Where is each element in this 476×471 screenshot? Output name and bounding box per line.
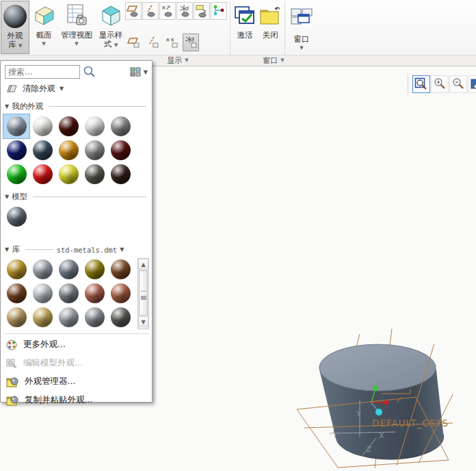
appearance-swatch[interactable] [3, 281, 29, 305]
appearance-swatch[interactable] [55, 138, 81, 162]
plane-tag-display-toggle[interactable] [125, 34, 142, 51]
scroll-up-icon[interactable]: ▲ [138, 259, 148, 270]
appearance-swatch[interactable] [107, 257, 133, 281]
appearance-swatch[interactable] [107, 162, 133, 186]
appearance-swatch[interactable] [107, 138, 133, 162]
appearance-swatch[interactable] [3, 162, 29, 186]
appearance-swatch[interactable] [3, 257, 29, 281]
scroll-down-icon[interactable]: ▼ [138, 316, 148, 327]
view-options-grid-icon[interactable] [130, 67, 141, 77]
zoom-out-button[interactable] [449, 75, 467, 93]
activate-button[interactable]: 激活 [233, 1, 256, 54]
search-input[interactable] [5, 65, 80, 79]
spin-center-toggle[interactable] [211, 2, 227, 20]
appearance-swatch[interactable] [29, 305, 55, 329]
activate-label: 激活 [237, 31, 253, 40]
library-scrollbar[interactable]: ▲ ▼ [137, 258, 149, 329]
close-label: 关闭 [263, 31, 278, 40]
annotation-display-icon: z [195, 4, 209, 18]
zoom-box-button[interactable] [412, 75, 430, 93]
appearance-manager-item[interactable]: 外观管理器... [1, 372, 152, 391]
appearance-sphere [85, 116, 105, 136]
windows-button[interactable]: 窗口 ▼ [288, 1, 315, 54]
appearance-swatch[interactable] [3, 114, 29, 138]
appearance-swatch[interactable] [3, 305, 29, 329]
plane-display-toggle[interactable] [125, 2, 142, 20]
csys-name-label[interactable]: DEFAULT_CSYS [372, 418, 449, 429]
repaint-button[interactable] [468, 75, 476, 93]
appearance-gallery-button[interactable]: 外观 库 ▼ [1, 1, 29, 54]
search-icon[interactable] [82, 65, 97, 79]
point-display-toggle[interactable]: ×ₓ × [159, 2, 176, 20]
display-group-label[interactable]: 显示▼ [156, 55, 200, 65]
ribbon: 外观 库 ▼ 截面 ▼ [0, 0, 476, 66]
manage-views-button[interactable]: 管理视图 ▼ [59, 1, 94, 54]
cylinder-top-face[interactable] [319, 344, 436, 391]
section-wedge-icon [31, 4, 56, 27]
annotation-display-toggle[interactable]: z [194, 2, 210, 20]
clear-appearance-button[interactable]: 清除外观 ▼ [1, 79, 152, 96]
appearance-swatch[interactable] [29, 162, 55, 186]
model-cylinder[interactable]: Y X Z DEFAULT_CSYS [294, 329, 476, 471]
appearance-swatch[interactable] [3, 205, 29, 229]
library-dropdown-icon[interactable]: ▼ [120, 246, 124, 253]
csys-tag-icon: × [184, 36, 198, 49]
appearance-swatch[interactable] [81, 114, 107, 138]
sections-button[interactable]: 截面 ▼ [31, 1, 56, 54]
spin-center-icon [212, 4, 226, 18]
zoom-box-icon [414, 77, 428, 91]
display-style-button[interactable]: 显示样 式 ▼ [96, 1, 126, 54]
appearance-swatch[interactable] [29, 114, 55, 138]
chevron-down-icon: ▼ [300, 44, 303, 53]
appearance-swatch[interactable] [55, 305, 81, 329]
axis-y-label: Y [356, 409, 361, 418]
close-folder-icon [259, 5, 282, 27]
model-header[interactable]: ▼模型 [1, 186, 152, 203]
appearance-swatch[interactable] [81, 257, 107, 281]
axis-display-toggle[interactable] [142, 2, 159, 20]
my-appearances-header[interactable]: ▼我的外观 [1, 96, 152, 113]
appearance-swatch[interactable] [55, 281, 81, 305]
appearance-swatch[interactable] [3, 138, 29, 162]
appearance-swatch[interactable] [81, 305, 107, 329]
point-display-icon: ×ₓ × [161, 4, 174, 18]
axis-display-icon [144, 4, 157, 18]
appearance-swatch[interactable] [81, 138, 107, 162]
csys-display-toggle[interactable]: × [176, 2, 193, 20]
manage-views-icon [64, 3, 89, 28]
appearance-swatch[interactable] [29, 257, 55, 281]
close-button[interactable]: 关闭 [259, 1, 282, 54]
appearance-swatch[interactable] [107, 305, 133, 329]
appearance-sphere [85, 283, 105, 303]
appearance-sphere [111, 259, 131, 279]
chevron-down-icon: ▼ [75, 40, 78, 49]
appearance-swatch[interactable] [29, 138, 55, 162]
edit-model-appearance-item: 编辑模型外观... [1, 354, 152, 372]
chevron-down-icon: ▼ [114, 42, 118, 48]
appearance-sphere [7, 259, 27, 279]
clear-appearance-dropdown-icon[interactable]: ▼ [60, 86, 64, 92]
zoom-in-icon [433, 77, 447, 91]
axis-tag-display-toggle[interactable] [144, 34, 161, 51]
appearance-swatch[interactable] [55, 114, 81, 138]
appearance-swatch[interactable] [81, 162, 107, 186]
palette-icon [6, 340, 18, 351]
window-group-label[interactable]: 窗口▼ [252, 55, 295, 65]
appearance-swatch[interactable] [55, 257, 81, 281]
appearance-swatch[interactable] [107, 281, 133, 305]
library-header[interactable]: ▼库 std-metals.dmt ▼ [1, 239, 152, 256]
library-file-label[interactable]: std-metals.dmt [57, 246, 118, 254]
appearance-sphere [59, 140, 79, 160]
appearance-swatch[interactable] [107, 114, 133, 138]
csys-tag-display-toggle[interactable]: × [183, 34, 199, 51]
view-options-dropdown-icon[interactable]: ▼ [144, 69, 148, 75]
copy-paste-appearance-item[interactable]: 复制并粘贴外观... [1, 391, 152, 409]
more-appearances-item[interactable]: 更多外观... [1, 335, 152, 354]
point-tag-display-toggle[interactable]: ×× [163, 34, 180, 51]
manage-views-label: 管理视图 [61, 31, 92, 40]
appearance-swatch[interactable] [29, 281, 55, 305]
scrollbar-thumb[interactable] [139, 270, 148, 316]
appearance-swatch[interactable] [55, 162, 81, 186]
appearance-swatch[interactable] [81, 281, 107, 305]
zoom-in-button[interactable] [431, 75, 449, 93]
